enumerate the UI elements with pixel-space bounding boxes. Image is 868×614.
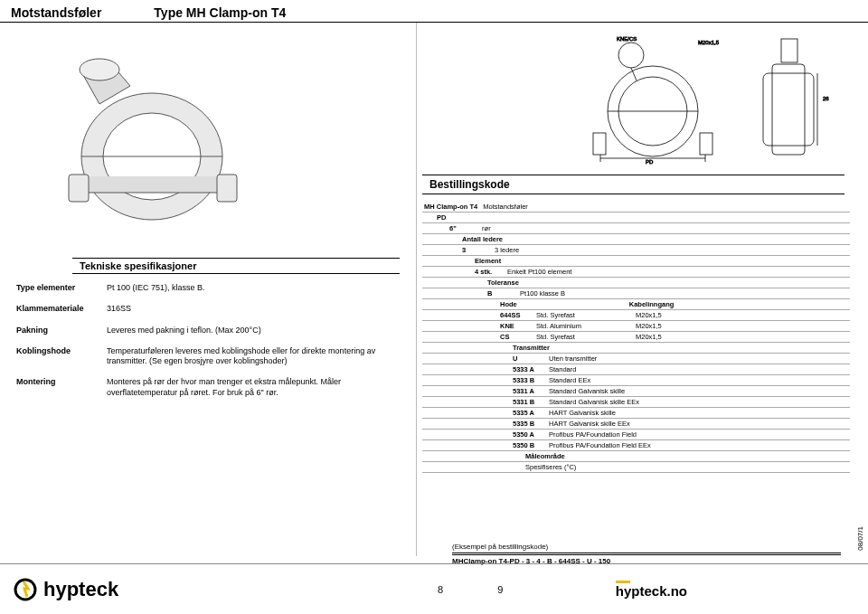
tree-row: 5331 AStandard Galvanisk skille (422, 386, 850, 397)
tree-row: 5350 BProfibus PA/Foundation Field EEx (422, 440, 850, 451)
tree-text: Std. Aluminium (534, 321, 634, 331)
specs-heading: Tekniske spesifikasjoner (72, 258, 400, 274)
tree-code: MH Clamp-on T4 (422, 202, 479, 212)
clamp-iso-svg (36, 41, 271, 240)
tree-section: Hode (498, 299, 519, 309)
tree-section: Transmitter (511, 343, 552, 353)
right-column: KNE/CS M20x1,5 PD 26 Bestillingskod (416, 23, 859, 556)
tree-code: PD (435, 213, 466, 222)
category-title: Motstandsføler (11, 5, 101, 20)
order-heading: Bestillingskode (422, 175, 844, 194)
tree-text: Motstandsføler (481, 202, 530, 212)
spec-row: Koblingshode Temperaturføleren leveres m… (16, 346, 407, 367)
tree-text: Std. Syrefast (534, 310, 634, 320)
page-number-left: 8 (410, 584, 470, 595)
type-title: Type MH Clamp-on T4 (154, 5, 286, 20)
spec-label: Klammemateriale (16, 304, 107, 314)
spec-value: Monteres på rør der hvor man trenger et … (107, 377, 407, 398)
tree-text: 3 ledere (493, 245, 521, 255)
tree-text: Std. Syrefast (534, 332, 634, 342)
page-footer: hypteck 8 9 hypteck.no (0, 563, 868, 614)
tree-text: Spesifiseres (°C) (524, 462, 578, 472)
tree-code: 3 (460, 245, 491, 255)
brand-site: hypteck.no (616, 581, 687, 599)
tree-text: Profibus PA/Foundation Field EEx (547, 440, 850, 450)
brand-name: hypteck (43, 578, 118, 601)
product-drawing-outline: KNE/CS M20x1,5 PD 26 (580, 32, 844, 167)
page-number-right: 9 (470, 584, 530, 595)
svg-rect-8 (593, 133, 606, 155)
tree-code: 5331 B (511, 397, 547, 407)
tree-code: 5333 B (511, 375, 547, 385)
tree-header: Hode Kabelinngang (422, 299, 850, 310)
tree-code: CS (498, 332, 534, 342)
tree-code: 644SS (498, 310, 534, 320)
svg-rect-16 (772, 64, 805, 155)
tree-text: Pt100 klasse B (518, 288, 567, 298)
spec-row: Pakning Leveres med pakning i teflon. (M… (16, 326, 407, 335)
svg-rect-2 (69, 175, 89, 202)
tree-row: 6" rør (422, 223, 850, 234)
tree-row: 5335 AHART Galvanisk skille (422, 408, 850, 419)
tree-row: Spesifiseres (°C) (422, 462, 850, 473)
svg-rect-17 (763, 73, 814, 146)
tree-row: B Pt100 klasse B (422, 288, 850, 299)
tree-text: Standard Galvanisk skille (547, 386, 850, 396)
tree-code: 6" (448, 223, 478, 233)
tree-header: Antall ledere (422, 234, 850, 245)
product-drawing-iso (36, 41, 271, 240)
tree-row: PD (422, 213, 850, 223)
tree-row: MH Clamp-on T4 Motstandsføler (422, 202, 850, 213)
page-header: Motstandsføler Type MH Clamp-on T4 (0, 0, 868, 23)
tree-code: 5335 A (511, 408, 547, 418)
specs-table: Type elementer Pt 100 (IEC 751), klasse … (16, 283, 407, 398)
tree-row: 5331 BStandard Galvanisk skille EEx (422, 397, 850, 408)
spec-row: Montering Monteres på rør der hvor man t… (16, 377, 407, 398)
tree-header: Måleområde (422, 451, 850, 462)
tree-code: B (486, 288, 516, 298)
tree-text: HART Galvanisk skille (547, 408, 850, 418)
tree-row: 5335 BHART Galvanisk skille EEx (422, 419, 850, 430)
tree-row: UUten transmitter (422, 354, 850, 364)
tree-text: Standard EEx (547, 375, 850, 385)
dim-label: 26 (823, 96, 829, 101)
tree-text: M20x1,5 (634, 310, 688, 320)
spec-row: Klammemateriale 316SS (16, 304, 407, 314)
clamp-side-svg: 26 (736, 32, 844, 167)
svg-rect-3 (217, 175, 237, 202)
dim-label: KNE/CS (617, 36, 637, 42)
tree-code: 5350 B (511, 440, 547, 450)
spec-value: Temperaturføleren leveres med koblingsho… (107, 346, 407, 367)
tree-text: HART Galvanisk skille EEx (547, 419, 850, 429)
order-example: (Eksempel på bestillingskode) MHClamp-on… (452, 543, 841, 565)
tree-header: Toleranse (422, 278, 850, 288)
tree-text: Profibus PA/Foundation Field (547, 430, 850, 439)
svg-point-4 (80, 59, 119, 80)
tree-row: 5333 AStandard (422, 364, 850, 375)
clamp-front-svg: KNE/CS M20x1,5 PD (580, 32, 725, 167)
logo-icon (13, 577, 38, 602)
tree-row: 4 stk. Enkelt Pt100 element (422, 267, 850, 278)
tree-header: Element (422, 256, 850, 267)
tree-section: Kabelinngang (627, 299, 676, 309)
svg-point-11 (618, 43, 644, 68)
spec-value: Leveres med pakning i teflon. (Max 200°C… (107, 326, 407, 335)
svg-rect-9 (700, 133, 712, 155)
brand-logo: hypteck (13, 577, 410, 602)
spec-label: Type elementer (16, 283, 107, 293)
site-text: hypteck.no (616, 583, 687, 599)
tree-section: Toleranse (486, 278, 521, 288)
example-label: (Eksempel på bestillingskode) (452, 543, 841, 553)
tree-code: 5331 A (511, 386, 547, 396)
tree-code: 5335 B (511, 419, 547, 429)
tree-text: Standard Galvanisk skille EEx (547, 397, 850, 407)
doc-revision: 08/07/1 (856, 526, 864, 551)
tree-text: Enkelt Pt100 element (505, 267, 573, 277)
tree-text: Uten transmitter (547, 354, 850, 364)
tree-code: KNE (498, 321, 534, 331)
spec-value: Pt 100 (IEC 751), klasse B. (107, 283, 407, 293)
tree-header: Transmitter (422, 343, 850, 354)
tree-section: Element (473, 256, 503, 266)
tree-row: CSStd. SyrefastM20x1,5 (422, 332, 850, 343)
tree-section: Antall ledere (460, 234, 505, 244)
